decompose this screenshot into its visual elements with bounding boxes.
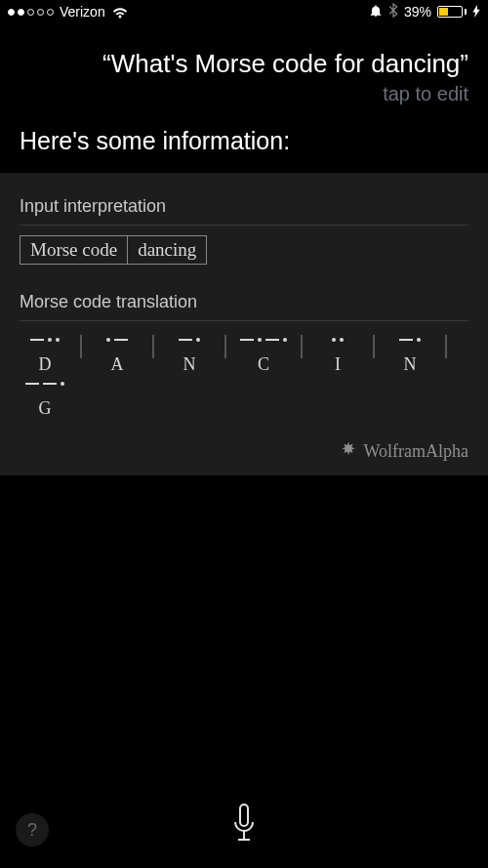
open-quote: “ (102, 49, 111, 78)
morse-char: I (312, 331, 363, 375)
morse-char: N (164, 331, 215, 375)
microphone-icon (230, 803, 258, 846)
wifi-icon (111, 6, 129, 19)
morse-separator (224, 335, 226, 358)
battery-percent: 39% (404, 4, 431, 20)
charging-icon (472, 5, 480, 20)
input-cell: Morse code (20, 236, 128, 265)
section-divider (20, 320, 468, 321)
morse-char: G (20, 375, 70, 419)
siri-query-text[interactable]: “What's Morse code for dancing” (20, 49, 468, 79)
input-interpretation-table: Morse codedancing (20, 235, 207, 265)
morse-char: C (236, 331, 291, 375)
signal-strength-icon (8, 9, 54, 16)
close-quote: ” (460, 49, 468, 78)
morse-separator (80, 335, 82, 358)
morse-separator (373, 335, 375, 358)
bluetooth-icon (388, 3, 398, 21)
siri-query-block: “What's Morse code for dancing” tap to e… (0, 23, 488, 105)
morse-separator (445, 335, 447, 358)
wolfram-result-card[interactable]: Input interpretation Morse codedancing M… (0, 173, 488, 475)
morse-separator (152, 335, 154, 358)
microphone-button[interactable] (224, 799, 264, 849)
siri-bottom-bar: ? (0, 780, 488, 868)
morse-char: A (92, 331, 142, 375)
status-right: 39% (369, 3, 480, 21)
morse-char: N (385, 331, 435, 375)
alarm-icon (369, 4, 383, 21)
input-cell: dancing (128, 236, 207, 265)
carrier-label: Verizon (60, 4, 105, 20)
wolfram-brand: WolframAlpha (20, 440, 468, 462)
siri-response-heading: Here's some information: (0, 105, 488, 173)
wolfram-brand-text: WolframAlpha (363, 441, 468, 462)
translation-label: Morse code translation (20, 292, 468, 312)
help-button[interactable]: ? (16, 813, 49, 847)
morse-translation: DANCING (20, 331, 468, 419)
wolfram-logo-icon (340, 440, 357, 462)
battery-icon (437, 6, 467, 18)
section-divider (20, 225, 468, 226)
tap-to-edit-button[interactable]: tap to edit (20, 83, 468, 105)
morse-char: D (20, 331, 70, 375)
morse-separator (301, 335, 303, 358)
status-bar: Verizon 39% (0, 0, 488, 23)
help-icon-label: ? (27, 820, 37, 841)
input-interpretation-label: Input interpretation (20, 196, 468, 217)
status-left: Verizon (8, 4, 129, 20)
svg-rect-0 (240, 805, 248, 826)
query-content: What's Morse code for dancing (111, 49, 461, 78)
